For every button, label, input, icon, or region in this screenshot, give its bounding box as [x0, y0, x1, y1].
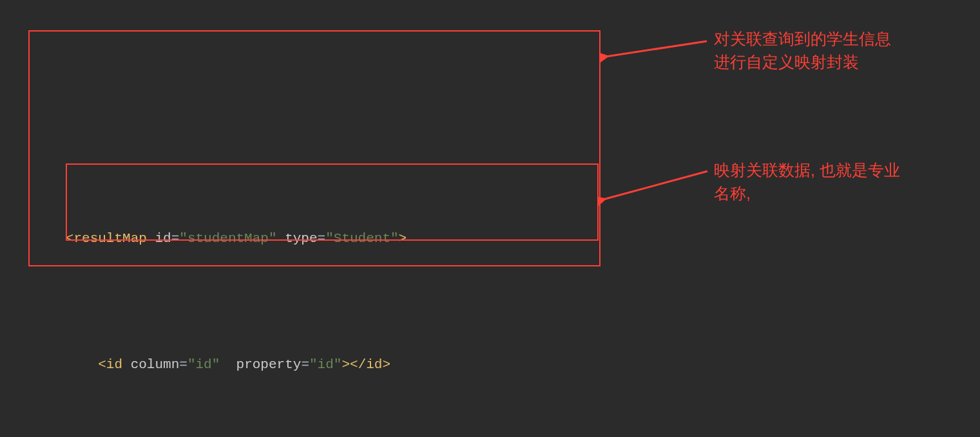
code-line [13, 100, 980, 126]
annotation-text-1: 对关联查询到的学生信息 进行自定义映射封装 [714, 27, 891, 74]
code-line: <id column="id" property="id"></id> [13, 352, 980, 378]
code-line: <resultMap id="studentMap" type="Student… [13, 226, 980, 252]
annotation-text-2: 映射关联数据, 也就是专业 名称, [714, 158, 900, 205]
